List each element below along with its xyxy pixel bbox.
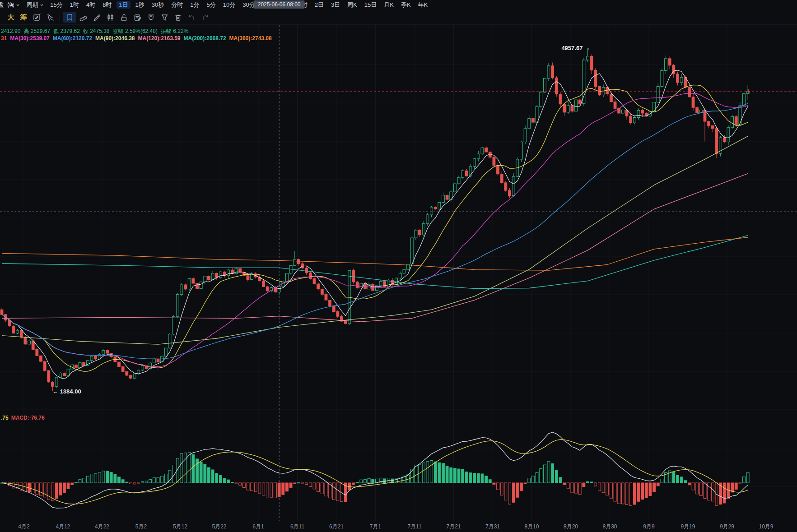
ma-legend-item: MA(360):2743.08 bbox=[229, 35, 272, 42]
ohlc-legend-item: 振幅 6.22% bbox=[161, 28, 188, 34]
macd-legend: .75MACD:-76.76 bbox=[1, 415, 47, 421]
ma-line-ma12 bbox=[2, 85, 748, 372]
x-axis-tick: 4月12 bbox=[56, 523, 70, 531]
x-axis-tick: 6月21 bbox=[329, 523, 344, 531]
x-axis-tick: 5月22 bbox=[212, 523, 226, 531]
x-axis-tick: 9月9 bbox=[643, 523, 654, 531]
ma-legend-item: MA(60):2120.72 bbox=[53, 35, 92, 42]
ma-legend-item: MA(200):2668.72 bbox=[184, 35, 226, 42]
macd-legend-item: MACD:-76.76 bbox=[11, 415, 45, 421]
ma-legend-item: MA(90):2046.38 bbox=[95, 35, 135, 42]
ohlc-legend-item: 收 2475.38 bbox=[83, 28, 110, 34]
x-axis-tick: 7月11 bbox=[407, 523, 421, 531]
macd-legend-item: .75 bbox=[1, 415, 9, 421]
ma-line-ma120 bbox=[2, 174, 748, 322]
x-axis-tick: 4月22 bbox=[95, 523, 109, 531]
ma-line-ma5 bbox=[2, 70, 748, 379]
ma-line-ma30 bbox=[2, 93, 748, 367]
x-axis-tick: 7月1 bbox=[370, 523, 381, 531]
ma-legend-item: MA(30):2539.07 bbox=[10, 35, 49, 42]
arrow-left-icon: ← bbox=[52, 388, 58, 395]
x-axis-tick: 5月2 bbox=[135, 523, 147, 531]
grid bbox=[0, 25, 797, 521]
x-axis-tick: 6月11 bbox=[290, 523, 304, 531]
x-axis-tick: 4月2 bbox=[18, 523, 29, 531]
x-axis-tick: 7月31 bbox=[485, 523, 500, 531]
crosshair-date-label: 2025-06-06 08:00 bbox=[254, 0, 305, 9]
x-axis-tick: 8月10 bbox=[524, 523, 539, 531]
ohlc-legend-item: 2412.90 bbox=[1, 28, 20, 34]
x-axis-tick: 7月21 bbox=[446, 523, 461, 531]
ma-line-ma90 bbox=[2, 136, 748, 344]
x-axis-tick: 8月30 bbox=[602, 523, 617, 531]
x-axis-tick: 8月20 bbox=[564, 523, 578, 531]
ma-legend: 31MA(30):2539.07MA(60):2120.72MA(90):204… bbox=[1, 35, 275, 42]
ohlc-legend: 2412.90高 2529.67低 2379.62收 2475.38涨幅 2.5… bbox=[1, 28, 191, 35]
ohlc-legend-item: 高 2529.67 bbox=[23, 28, 50, 34]
macd-histogram bbox=[0, 452, 749, 506]
x-axis-tick: 9月19 bbox=[680, 523, 695, 531]
ohlc-legend-item: 涨幅 2.59%(62.48) bbox=[113, 28, 158, 34]
ma-legend-item: MA(120):2163.59 bbox=[138, 35, 180, 42]
low-price-annotation: ← 1384.00 bbox=[52, 388, 81, 395]
trading-app: { "toolbar_top": { "partial_label": "盘",… bbox=[0, 0, 797, 532]
x-axis-tick: 10月9 bbox=[759, 523, 773, 531]
time-axis[interactable]: 4月24月124月225月25月125月226月16月116月217月17月11… bbox=[0, 521, 797, 532]
x-axis-tick: 5月12 bbox=[173, 523, 187, 531]
ma-legend-item: 31 bbox=[1, 35, 7, 42]
x-axis-tick: 6月1 bbox=[252, 523, 264, 531]
chart-canvas[interactable] bbox=[0, 0, 797, 532]
high-price-annotation: 4957.67 → bbox=[561, 45, 590, 51]
ma-line-ma200 bbox=[2, 236, 748, 289]
x-axis-tick: 9月29 bbox=[720, 523, 734, 531]
arrow-right-icon: → bbox=[584, 45, 590, 51]
ohlc-legend-item: 低 2379.62 bbox=[53, 28, 80, 34]
